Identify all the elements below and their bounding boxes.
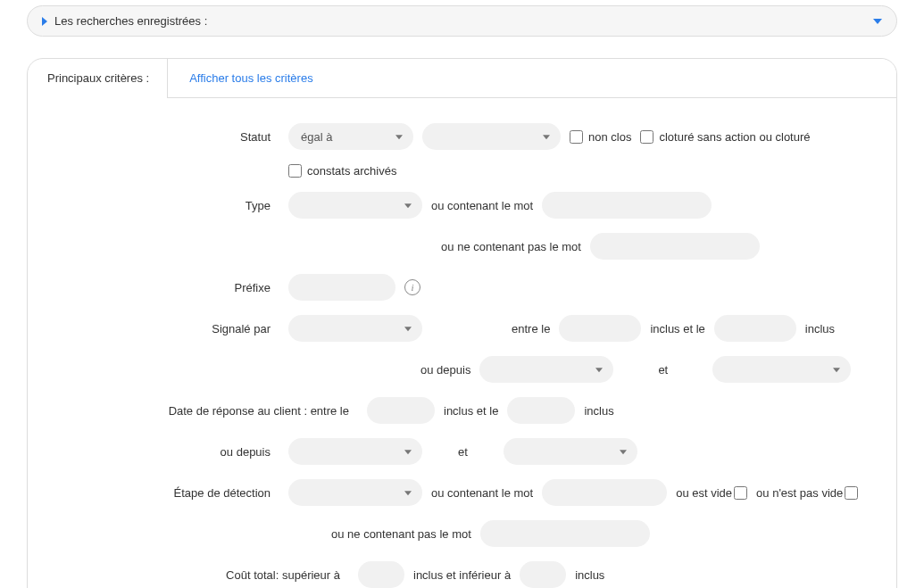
text-inclus-et-le-1: inclus et le [650, 322, 704, 335]
tab-main-criteria[interactable]: Principaux critères : [28, 59, 167, 98]
cout-max-input[interactable] [520, 561, 566, 588]
row-statut: Statut égal à non clos cloturé sans acti… [63, 123, 861, 150]
label-statut: Statut [63, 130, 279, 144]
label-etape: Étape de détection [63, 486, 279, 500]
text-ou-depuis-2: ou depuis [63, 445, 279, 459]
row-type-not: ou ne contenant pas le mot [63, 233, 861, 260]
checkbox-nest-pas-vide-input[interactable] [845, 486, 858, 500]
row-etape-not: ou ne contenant pas le mot [63, 520, 861, 547]
etape-select[interactable] [288, 479, 422, 506]
prefixe-input[interactable] [288, 274, 395, 301]
row-cout: Coût total: supérieur à inclus et inféri… [63, 561, 861, 588]
signale-date-to[interactable] [714, 315, 796, 342]
checkbox-cloture-input[interactable] [640, 130, 653, 144]
reponse-et-select[interactable] [504, 438, 637, 465]
statut-value-select[interactable] [422, 123, 561, 150]
row-prefixe: Préfixe i [63, 274, 861, 301]
checkbox-cloture[interactable]: cloturé sans action ou cloturé [640, 130, 810, 144]
statut-operator-select[interactable]: égal à [288, 123, 413, 150]
text-ou-ne-contenant-1: ou ne contenant pas le mot [441, 240, 581, 253]
text-ou-ne-contenant-2: ou ne contenant pas le mot [331, 527, 471, 541]
text-ou-contenant-2: ou contenant le mot [431, 486, 533, 500]
signale-select[interactable] [288, 315, 422, 342]
checkbox-non-clos[interactable]: non clos [570, 130, 631, 144]
checkbox-archives[interactable]: constats archivés [288, 164, 396, 178]
saved-searches-bar[interactable]: Les recherches enregistrées : [27, 5, 897, 37]
text-et-2: et [458, 445, 468, 459]
row-date-reponse: Date de réponse au client : entre le inc… [63, 397, 861, 424]
signale-depuis-select[interactable] [479, 356, 613, 383]
text-et-1: et [658, 363, 668, 377]
checkbox-archives-input[interactable] [288, 164, 302, 178]
signale-date-from[interactable] [559, 315, 641, 342]
row-signale-depuis: ou depuis et [63, 356, 861, 383]
criteria-form: Statut égal à non clos cloturé sans acti… [28, 98, 896, 588]
reponse-date-to[interactable] [507, 397, 575, 424]
text-ou-contenant-1: ou contenant le mot [431, 199, 533, 212]
type-select[interactable] [288, 192, 422, 219]
row-archives: constats archivés [63, 164, 861, 178]
tabs: Principaux critères : Afficher tous les … [28, 59, 896, 98]
signale-et-select[interactable] [712, 356, 851, 383]
checkbox-non-clos-input[interactable] [570, 130, 583, 144]
label-cout: Coût total: supérieur à [63, 568, 349, 582]
checkbox-est-vide[interactable]: ou est vide [676, 486, 747, 500]
label-type: Type [63, 199, 279, 212]
text-inclus-et-le-2: inclus et le [444, 404, 498, 418]
reponse-date-from[interactable] [367, 397, 435, 424]
row-type: Type ou contenant le mot [63, 192, 861, 219]
expand-icon [42, 17, 47, 26]
label-prefixe: Préfixe [63, 281, 279, 294]
etape-notcontains-input[interactable] [480, 520, 650, 547]
label-date-reponse: Date de réponse au client : entre le [63, 404, 358, 418]
text-entre-le: entre le [512, 322, 550, 335]
text-inclus-1: inclus [805, 322, 835, 335]
reponse-depuis-select[interactable] [288, 438, 422, 465]
label-signale-par: Signalé par [63, 322, 279, 335]
row-reponse-depuis: ou depuis et [63, 438, 861, 465]
criteria-panel: Principaux critères : Afficher tous les … [27, 58, 897, 588]
dropdown-icon[interactable] [873, 19, 882, 24]
checkbox-nest-pas-vide[interactable]: ou n'est pas vide [756, 486, 858, 500]
info-icon[interactable]: i [404, 279, 420, 295]
type-contains-input[interactable] [542, 192, 712, 219]
tab-all-criteria[interactable]: Afficher tous les critères [167, 59, 896, 98]
text-inclus-3: inclus [575, 568, 604, 582]
checkbox-est-vide-input[interactable] [734, 486, 747, 500]
etape-contains-input[interactable] [542, 479, 667, 506]
row-etape: Étape de détection ou contenant le mot o… [63, 479, 861, 506]
type-notcontains-input[interactable] [590, 233, 760, 260]
cout-min-input[interactable] [358, 561, 404, 588]
text-ou-depuis-1: ou depuis [420, 363, 470, 377]
row-signale-par: Signalé par entre le inclus et le inclus [63, 315, 861, 342]
text-inclus-2: inclus [584, 404, 613, 418]
saved-searches-label: Les recherches enregistrées : [54, 14, 207, 28]
text-inclus-inf-1: inclus et inférieur à [413, 568, 511, 582]
